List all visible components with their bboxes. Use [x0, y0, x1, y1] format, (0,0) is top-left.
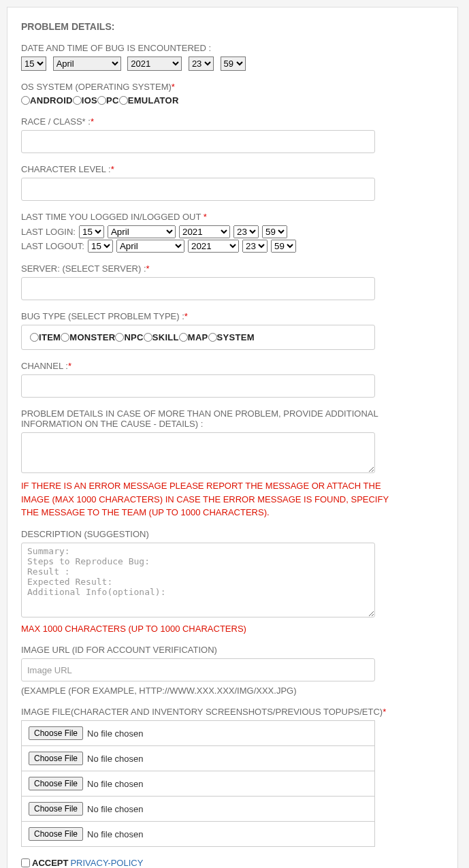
date-month-select[interactable]: April [53, 57, 121, 71]
file-row: Choose File No file chosen [22, 822, 374, 847]
choose-file-button[interactable]: Choose File [29, 827, 83, 841]
race-label: RACE / CLASS* :* [21, 116, 402, 127]
logout-min-select[interactable]: 59 [271, 240, 296, 253]
os-android-label: ANDROID [30, 95, 73, 106]
lastlog-label: LAST TIME YOU LOGGED IN/LOGGED OUT * [21, 212, 402, 222]
bugtype-item-label: ITEM [39, 332, 61, 342]
logout-hour-select[interactable]: 23 [242, 240, 268, 253]
accept-label: ACCEPT [32, 858, 68, 868]
accept-checkbox[interactable] [21, 858, 30, 867]
no-file-text: No file chosen [87, 829, 143, 839]
file-row: Choose File No file chosen [22, 797, 374, 822]
details-textarea[interactable] [21, 432, 375, 473]
bugtype-monster-radio[interactable] [61, 333, 69, 342]
os-pc-radio[interactable] [97, 96, 106, 105]
bugtype-map-label: MAP [188, 332, 208, 342]
date-year-select[interactable]: 2021 [127, 57, 182, 71]
choose-file-button[interactable]: Choose File [29, 777, 83, 790]
login-month-select[interactable]: April [108, 225, 176, 238]
channel-label: CHANNEL :* [21, 361, 402, 371]
bugtype-skill-label: SKILL [152, 332, 179, 342]
date-day-select[interactable]: 15 [21, 57, 46, 71]
choose-file-button[interactable]: Choose File [29, 726, 83, 740]
os-ios-label: IOS [82, 95, 97, 106]
os-emulator-label: EMULATOR [128, 95, 179, 106]
logout-label: LAST LOGOUT: [21, 241, 84, 251]
os-emulator-radio[interactable] [119, 96, 128, 105]
imgurl-example: (EXAMPLE (FOR EXAMPLE, HTTP://WWW.XXX.XX… [21, 686, 402, 696]
logout-month-select[interactable]: April [116, 240, 184, 253]
file-row: Choose File No file chosen [22, 746, 374, 771]
login-label: LAST LOGIN: [21, 227, 76, 237]
details-label: PROBLEM DETAILS IN CASE OF MORE THAN ONE… [21, 408, 402, 429]
logout-day-select[interactable]: 15 [88, 240, 113, 253]
no-file-text: No file chosen [87, 779, 143, 789]
login-day-select[interactable]: 15 [79, 225, 104, 238]
os-ios-radio[interactable] [73, 96, 82, 105]
server-input[interactable] [21, 277, 375, 300]
bugtype-npc-radio[interactable] [115, 333, 124, 342]
privacy-link[interactable]: PRIVACY-POLICY [70, 858, 143, 868]
file-row: Choose File No file chosen [22, 721, 374, 746]
login-year-select[interactable]: 2021 [179, 225, 230, 238]
no-file-text: No file chosen [87, 754, 143, 764]
bugtype-label: BUG TYPE (SELECT PROBLEM TYPE) :* [21, 311, 402, 321]
imgurl-label: IMAGE URL (ID FOR ACCOUNT VERIFICATION) [21, 645, 402, 655]
channel-input[interactable] [21, 374, 375, 398]
bugtype-skill-radio[interactable] [144, 333, 152, 342]
date-hour-select[interactable]: 23 [189, 57, 214, 71]
no-file-text: No file chosen [87, 728, 143, 739]
desc-label: DESCRIPTION (SUGGESTION) [21, 529, 402, 539]
bugtype-map-radio[interactable] [179, 333, 188, 342]
bugtype-system-radio[interactable] [208, 333, 217, 342]
bugtype-npc-label: NPC [124, 332, 143, 342]
charlvl-label: CHARACTER LEVEL :* [21, 164, 402, 174]
imgurl-input[interactable] [21, 658, 375, 681]
choose-file-button[interactable]: Choose File [29, 802, 83, 816]
login-hour-select[interactable]: 23 [233, 225, 259, 238]
choose-file-button[interactable]: Choose File [29, 752, 83, 765]
os-label: OS SYSTEM (OPERATING SYSTEM)* [21, 82, 402, 92]
bugtype-item-radio[interactable] [30, 333, 39, 342]
error-note: IF THERE IS AN ERROR MESSAGE PLEASE REPO… [21, 479, 389, 519]
date-min-select[interactable]: 59 [221, 57, 246, 71]
section-title: PROBLEM DETAILS: [21, 21, 402, 32]
file-row: Choose File No file chosen [22, 771, 374, 797]
os-android-radio[interactable] [21, 96, 30, 105]
charlvl-input[interactable] [21, 178, 375, 201]
desc-textarea[interactable] [21, 543, 375, 617]
race-input[interactable] [21, 130, 375, 153]
login-min-select[interactable]: 59 [262, 225, 287, 238]
max-note: MAX 1000 CHARACTERS (UP TO 1000 CHARACTE… [21, 622, 389, 636]
server-label: SERVER: (SELECT SERVER) :* [21, 263, 402, 274]
bugtype-monster-label: MONSTER [69, 332, 115, 342]
no-file-text: No file chosen [87, 804, 143, 814]
imgfile-label: IMAGE FILE(CHARACTER AND INVENTORY SCREE… [21, 707, 402, 717]
os-pc-label: PC [106, 95, 119, 106]
date-label: DATE AND TIME OF BUG IS ENCOUNTERED : [21, 43, 402, 53]
logout-year-select[interactable]: 2021 [188, 240, 239, 253]
bugtype-system-label: SYSTEM [217, 332, 255, 342]
